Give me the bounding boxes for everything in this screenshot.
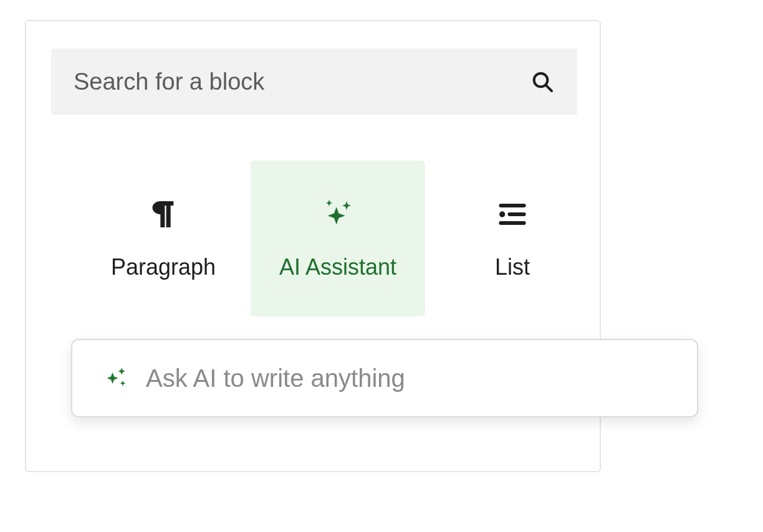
block-option-label: AI Assistant	[279, 254, 396, 280]
block-option-paragraph[interactable]: Paragraph	[76, 161, 251, 316]
block-option-ai-assistant[interactable]: AI Assistant	[251, 161, 425, 316]
search-icon	[530, 69, 555, 94]
sparkle-icon	[320, 197, 355, 232]
list-icon	[495, 197, 530, 232]
block-option-label: Paragraph	[111, 254, 216, 280]
block-option-label: List	[495, 254, 530, 280]
svg-line-1	[546, 85, 552, 91]
block-options-row: Paragraph AI Assistant Li	[76, 161, 600, 316]
block-search-input[interactable]	[72, 68, 530, 96]
svg-point-3	[499, 211, 505, 217]
block-option-list[interactable]: List	[425, 161, 600, 316]
ai-prompt-bar[interactable]	[71, 339, 698, 417]
sparkle-icon	[102, 364, 130, 392]
ai-prompt-input[interactable]	[145, 364, 677, 393]
paragraph-icon	[146, 197, 181, 232]
block-search-bar[interactable]	[51, 49, 577, 115]
